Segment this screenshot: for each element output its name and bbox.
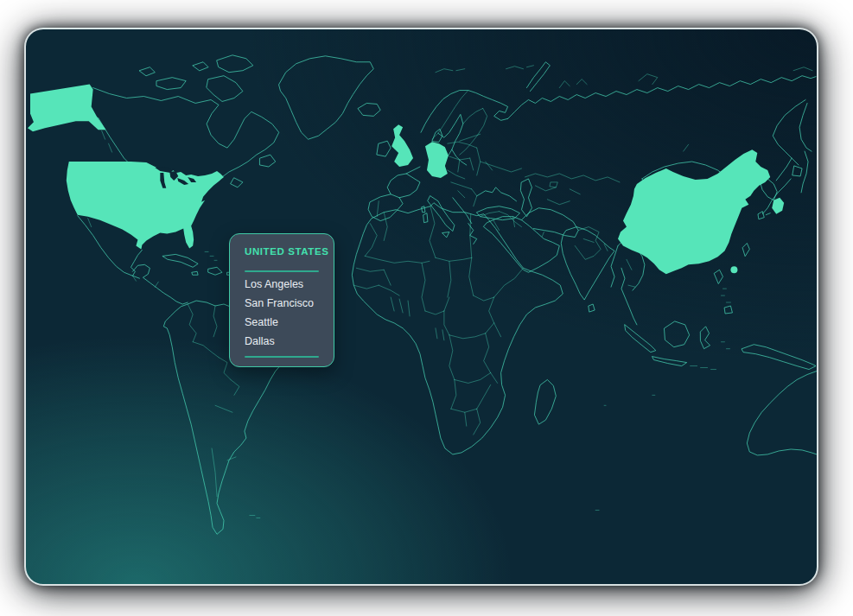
tooltip-city-list: Los Angeles San Francisco Seattle Dallas: [245, 275, 319, 351]
continent-outlines: [78, 55, 817, 535]
tooltip-city: San Francisco: [245, 294, 319, 313]
tooltip-city: Seattle: [245, 313, 319, 332]
tooltip-divider-bottom: [245, 356, 319, 358]
country-united-states-alaska[interactable]: [28, 85, 106, 132]
tooltip-city: Dallas: [245, 332, 319, 351]
country-germany[interactable]: [425, 142, 449, 178]
tooltip-city: Los Angeles: [245, 275, 319, 294]
country-china-hainan[interactable]: [730, 266, 737, 273]
tooltip-country-title: UNITED STATES: [245, 245, 319, 257]
country-china[interactable]: [618, 149, 770, 274]
country-united-kingdom[interactable]: [391, 124, 413, 167]
tooltip-divider-top: [245, 270, 319, 272]
world-map-card: UNITED STATES Los Angeles San Francisco …: [24, 28, 818, 586]
highlighted-countries: [28, 85, 784, 275]
map-tooltip: UNITED STATES Los Angeles San Francisco …: [229, 233, 334, 367]
page: UNITED STATES Los Angeles San Francisco …: [0, 0, 853, 616]
world-map[interactable]: [26, 29, 817, 584]
country-united-states[interactable]: [67, 162, 224, 249]
